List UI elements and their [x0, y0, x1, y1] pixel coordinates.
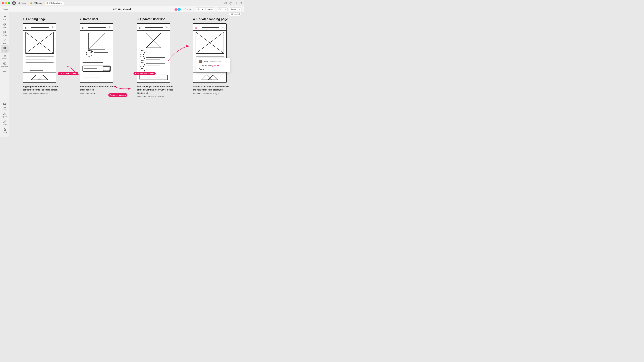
frame-3-description: New people get added to the bottom of th… — [137, 85, 174, 94]
frame-1-area: Go to share screen — [23, 23, 60, 83]
sidebar-item-column[interactable]: Column — [1, 53, 9, 61]
publish-share-button[interactable]: Publish & share ▾ — [196, 7, 215, 11]
sidebar-note-label: Note — [3, 18, 6, 20]
menubar-right-actions: Editors ▾ Publish & share ▾ Export ▾ Zoo… — [174, 7, 242, 11]
tab-dot-ux-storyboard — [46, 2, 48, 4]
zoom-out-button[interactable]: Zoom out — [229, 7, 242, 11]
note-icon — [3, 15, 6, 18]
sidebar-item-note[interactable]: Note — [1, 14, 9, 21]
svg-rect-22 — [4, 63, 6, 64]
sidebar-item-more[interactable] — [1, 69, 9, 74]
sidebar-upload-label: Upload — [2, 116, 7, 118]
upload-icon — [3, 112, 6, 115]
wireframe-4 — [193, 23, 226, 83]
frame-1-description: Tapping the share link in the header sen… — [23, 85, 60, 91]
frame-4-description: User is taken back to the feed where the… — [193, 85, 230, 91]
todo-icon — [3, 30, 6, 34]
comment-popup: Marc 21 hours ago Looks perfect @Sonia J… — [196, 58, 230, 72]
sidebar-item-upload[interactable]: Upload — [1, 111, 9, 119]
svg-line-34 — [5, 121, 5, 121]
zoom-out-label: Zoom out — [231, 8, 240, 10]
frame-3-desc-area: New people get added to the bottom of th… — [137, 85, 174, 98]
sidebar-comment-label: Comment — [1, 66, 8, 67]
titlebar-tabs: Home UX Design UX Storyboard — [17, 1, 64, 5]
avatar-2 — [177, 7, 181, 11]
reply-button[interactable]: Reply — [199, 68, 228, 70]
svg-line-14 — [4, 39, 6, 41]
tab-home-label: Home — [21, 2, 26, 4]
svg-marker-50 — [31, 75, 41, 80]
comment-avatar-image — [199, 60, 202, 63]
sidebar-item-board[interactable]: Board — [1, 45, 9, 53]
frame-2-area: New user appears — [80, 23, 117, 83]
frame-3-title: 3. Updated user list — [137, 17, 174, 21]
sidebar-item-line[interactable]: Line — [1, 37, 9, 45]
publish-chevron-icon: ▾ — [212, 8, 213, 10]
back-to-board-label: Back to board screen — [134, 72, 156, 75]
sidebar-item-draw[interactable]: Draw — [1, 119, 9, 126]
more-icon — [3, 70, 6, 73]
search-icon[interactable] — [234, 2, 237, 4]
svg-rect-28 — [4, 103, 6, 105]
comment-icon — [3, 62, 6, 65]
tablet-count: 0 — [226, 2, 227, 4]
svg-rect-8 — [4, 31, 4, 32]
editors-button[interactable]: Editors ▾ — [183, 7, 194, 11]
svg-point-25 — [3, 71, 4, 72]
sidebar-item-trash[interactable]: Trash — [1, 127, 9, 134]
sidebar-add-image-label: Add image — [2, 106, 8, 110]
frame-2-description: Text field prompts the user to add an em… — [80, 85, 117, 91]
sidebar-item-todo[interactable]: To-do — [1, 29, 9, 37]
question-icon[interactable] — [230, 2, 232, 4]
svg-point-27 — [5, 71, 6, 72]
tab-ux-storyboard[interactable]: UX Storyboard — [45, 1, 64, 5]
svg-rect-17 — [4, 48, 4, 49]
editors-label: Editors — [184, 8, 191, 10]
sidebar-line-label: Line — [3, 42, 6, 44]
svg-point-1 — [225, 3, 225, 3]
bell-icon[interactable] — [240, 2, 242, 4]
fullscreen-button[interactable] — [8, 2, 10, 4]
add-image-icon — [3, 102, 6, 106]
editors-chevron-icon: ▾ — [192, 8, 192, 10]
frame-4-desc-area: User is taken back to the feed where the… — [193, 85, 230, 95]
avatar-image-2 — [178, 8, 181, 11]
wireframe-1 — [23, 23, 56, 83]
sidebar-item-link[interactable]: Link — [1, 22, 9, 29]
svg-marker-108 — [202, 75, 212, 80]
menubar: Saved UX Storyboard Editors ▾ Publish & … — [0, 6, 244, 12]
tab-ux-design[interactable]: UX Design — [29, 1, 44, 5]
close-button[interactable] — [2, 2, 4, 4]
svg-rect-12 — [4, 33, 4, 33]
canvas[interactable]: 1. Landing page — [10, 12, 244, 137]
sidebar-item-comment[interactable]: Comment — [1, 61, 9, 68]
tablet-icon[interactable]: 0 — [224, 2, 227, 4]
svg-rect-16 — [5, 47, 6, 48]
frame-4-area: Marc 21 hours ago Looks perfect @Sonia J… — [193, 23, 230, 83]
minimize-button[interactable] — [5, 2, 7, 4]
board-icon — [3, 46, 6, 50]
wireframe-2 — [80, 23, 113, 83]
document-title: UX Storyboard — [113, 8, 131, 11]
export-button[interactable]: Export ▾ — [217, 7, 228, 11]
svg-point-85 — [140, 62, 144, 67]
unsorted-badge: 0 Unsorted — [229, 12, 242, 16]
tab-dot-ux-design — [30, 2, 32, 4]
sidebar-trash-label: Trash — [3, 132, 7, 133]
svg-point-82 — [140, 56, 144, 61]
tab-ux-storyboard-label: UX Storyboard — [49, 2, 62, 4]
tab-home[interactable]: Home — [17, 1, 28, 5]
frame-1-desc-area: Tapping the share link in the header sen… — [23, 85, 60, 95]
frame-3: 3. Updated user list — [137, 17, 174, 98]
comment-text: Looks perfect @Sonia J — [199, 64, 228, 67]
svg-rect-10 — [4, 32, 4, 33]
saved-status: Saved — [3, 8, 8, 10]
tab-ux-design-label: UX Design — [33, 2, 42, 4]
go-to-share-label: Go to share screen — [58, 72, 78, 75]
link-icon — [3, 23, 6, 26]
unsorted-label: 0 Unsorted — [230, 13, 240, 15]
column-icon — [3, 54, 6, 57]
sidebar-item-add-image[interactable]: Add image — [1, 101, 9, 111]
svg-rect-18 — [5, 48, 6, 49]
svg-marker-51 — [38, 75, 48, 80]
